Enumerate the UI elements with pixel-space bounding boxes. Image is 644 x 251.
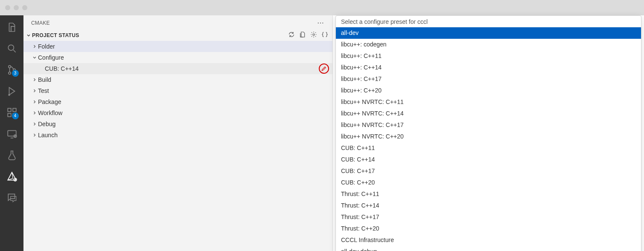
- svg-rect-5: [8, 108, 11, 112]
- main: 3 4 CMAKE ⋯ PROJECT S: [0, 15, 644, 251]
- quickinput-item[interactable]: libcu++ NVRTC: C++11: [336, 96, 641, 108]
- section-title: PROJECT STATUS: [32, 32, 79, 38]
- tree-row-label: Build: [38, 76, 51, 83]
- scm-icon[interactable]: 3: [6, 64, 18, 76]
- tree-row[interactable]: Build: [23, 74, 332, 85]
- svg-point-0: [8, 45, 14, 50]
- search-icon[interactable]: [6, 43, 18, 55]
- quickinput-item[interactable]: all-dev: [336, 27, 641, 39]
- sidebar-title-row: CMAKE ⋯: [23, 15, 332, 29]
- svg-rect-6: [8, 113, 11, 117]
- quickinput-item[interactable]: CUB: C++11: [336, 142, 641, 154]
- window-max-dot[interactable]: [22, 5, 27, 10]
- tree-row[interactable]: CUB: C++14: [23, 63, 332, 74]
- extensions-icon[interactable]: 4: [6, 107, 18, 118]
- tree-row-label: Workflow: [38, 110, 62, 116]
- scm-badge: 3: [12, 70, 19, 77]
- quickinput-item[interactable]: libcu++: C++14: [336, 62, 641, 73]
- chevron-down-icon: [31, 55, 38, 60]
- quickinput-item[interactable]: Thrust: C++20: [336, 223, 641, 234]
- quickinput-item[interactable]: Thrust: C++11: [336, 188, 641, 200]
- quickinput-item[interactable]: CUB: C++20: [336, 177, 641, 188]
- sidebar-more-icon[interactable]: ⋯: [317, 19, 325, 27]
- activity-bar: 3 4: [0, 15, 23, 251]
- editor-area: Select a configure preset for cccl all-d…: [333, 15, 644, 251]
- cmake-icon[interactable]: [6, 170, 18, 182]
- project-tree: FolderConfigureCUB: C++14BuildTestPackag…: [23, 41, 332, 141]
- svg-point-1: [8, 66, 10, 68]
- quickinput: Select a configure preset for cccl all-d…: [335, 15, 641, 251]
- tree-row-label: Package: [38, 98, 61, 105]
- quickinput-item[interactable]: Thrust: C++14: [336, 200, 641, 211]
- section-actions: [288, 31, 328, 39]
- chevron-right-icon: [31, 133, 38, 138]
- titlebar: [0, 0, 644, 15]
- svg-rect-8: [13, 108, 16, 112]
- remote-icon[interactable]: [6, 128, 18, 140]
- quickinput-item[interactable]: libcu++: C++17: [336, 73, 641, 85]
- extensions-badge: 4: [12, 113, 19, 119]
- comments-icon[interactable]: [6, 192, 18, 204]
- quickinput-item[interactable]: Thrust: C++17: [336, 211, 641, 223]
- refresh-icon[interactable]: [288, 31, 295, 39]
- svg-point-12: [313, 34, 315, 35]
- quickinput-item[interactable]: libcu++: codegen: [336, 39, 641, 50]
- chevron-right-icon: [31, 110, 38, 115]
- chevron-right-icon: [31, 88, 38, 93]
- tree-row-label: Test: [38, 87, 49, 94]
- tree-row[interactable]: Package: [23, 96, 332, 107]
- testing-icon[interactable]: [6, 149, 18, 161]
- tree-row-label: Debug: [38, 121, 55, 127]
- window-close-dot[interactable]: [5, 5, 10, 10]
- quickinput-item[interactable]: libcu++: C++20: [336, 85, 641, 96]
- chevron-right-icon: [31, 99, 38, 104]
- tree-row-label: Folder: [38, 43, 55, 50]
- chevron-right-icon: [31, 44, 38, 49]
- sidebar-title: CMAKE: [31, 20, 50, 26]
- tree-row-label: CUB: C++14: [45, 65, 79, 72]
- quickinput-item[interactable]: CCCL Infrastructure: [336, 234, 641, 246]
- chevron-right-icon: [31, 121, 38, 127]
- svg-rect-9: [8, 130, 16, 136]
- svg-point-2: [8, 72, 10, 74]
- chevron-down-icon: [25, 33, 32, 38]
- tree-row-label: Launch: [38, 132, 58, 138]
- tree-row[interactable]: Test: [23, 85, 332, 96]
- log-icon[interactable]: [299, 31, 306, 39]
- quickinput-item[interactable]: libcu++ NVRTC: C++17: [336, 119, 641, 131]
- chevron-right-icon: [31, 77, 38, 82]
- quickinput-item[interactable]: all-dev debug: [336, 246, 641, 251]
- cmake-sidebar: CMAKE ⋯ PROJECT STATUS FolderConfigureCU…: [23, 15, 333, 251]
- explorer-icon[interactable]: [6, 21, 18, 33]
- tree-row[interactable]: Folder: [23, 41, 332, 52]
- quickinput-item[interactable]: libcu++: C++11: [336, 50, 641, 62]
- edit-pencil-icon[interactable]: [319, 63, 329, 74]
- tree-row[interactable]: Workflow: [23, 107, 332, 118]
- quickinput-item[interactable]: libcu++ NVRTC: C++20: [336, 131, 641, 142]
- tree-row[interactable]: Configure: [23, 52, 332, 63]
- tree-row[interactable]: Debug: [23, 118, 332, 130]
- section-header[interactable]: PROJECT STATUS: [23, 29, 332, 41]
- tree-row[interactable]: Launch: [23, 130, 332, 141]
- quickinput-item[interactable]: CUB: C++17: [336, 165, 641, 177]
- quickinput-list[interactable]: all-devlibcu++: codegenlibcu++: C++11lib…: [336, 27, 641, 251]
- tree-row-label: Configure: [38, 54, 64, 61]
- quickinput-item[interactable]: CUB: C++14: [336, 154, 641, 165]
- braces-icon[interactable]: [321, 31, 328, 39]
- svg-point-4: [8, 94, 10, 96]
- quickinput-item[interactable]: libcu++ NVRTC: C++14: [336, 108, 641, 119]
- window-min-dot[interactable]: [14, 5, 19, 10]
- run-debug-icon[interactable]: [6, 85, 18, 97]
- gear-icon[interactable]: [310, 31, 317, 39]
- quickinput-title: Select a configure preset for cccl: [336, 16, 641, 27]
